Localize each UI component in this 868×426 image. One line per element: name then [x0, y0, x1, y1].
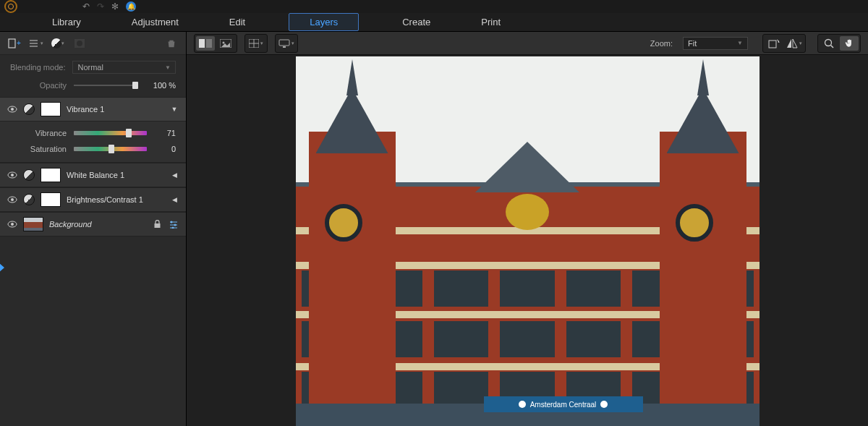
- svg-point-16: [171, 221, 173, 223]
- panel-collapse-handle[interactable]: [0, 263, 4, 272]
- layers-panel: + ▾ ▾ Blending mode: Normal ▼: [0, 32, 187, 426]
- canvas-toolbar: ▾ ▾ Zoom: Fit ▼ ▾: [187, 32, 868, 55]
- visibility-toggle-icon[interactable]: [7, 196, 17, 203]
- image-sign: Amsterdam Centraal: [484, 396, 643, 412]
- chevron-down-icon: ▼: [737, 40, 743, 46]
- title-bar: ↶ ↷ ✻ 🔔: [0, 0, 868, 13]
- adjustment-layer-icon: [23, 194, 35, 205]
- visibility-toggle-icon[interactable]: [7, 106, 17, 113]
- layer-name: Background: [49, 220, 148, 229]
- compare-view-button[interactable]: [196, 36, 215, 51]
- image-sign-text: Amsterdam Centraal: [530, 401, 597, 409]
- vibrance-slider[interactable]: [74, 131, 147, 135]
- zoom-value: Fit: [688, 39, 697, 48]
- tab-edit[interactable]: Edit: [222, 14, 252, 30]
- svg-point-28: [825, 39, 832, 46]
- tab-print[interactable]: Print: [474, 14, 508, 30]
- layer-vibrance[interactable]: Vibrance 1 ▼: [0, 97, 186, 122]
- visibility-toggle-icon[interactable]: [7, 221, 17, 228]
- svg-point-5: [77, 41, 82, 46]
- zoom-select[interactable]: Fit ▼: [683, 37, 748, 50]
- module-tabs: Library Adjustment Edit Layers Create Pr…: [0, 13, 868, 32]
- svg-rect-22: [206, 39, 212, 48]
- grid-overlay-button[interactable]: ▾: [247, 36, 265, 51]
- blending-mode-select[interactable]: Normal ▼: [72, 61, 176, 74]
- opacity-slider[interactable]: [74, 85, 138, 86]
- delete-layer-button[interactable]: [164, 37, 179, 50]
- expand-icon[interactable]: ◀: [170, 196, 179, 203]
- layer-mask-thumbnail[interactable]: [41, 168, 61, 182]
- layer-thumbnail[interactable]: [23, 217, 43, 231]
- saturation-slider-label: Saturation: [10, 145, 67, 153]
- svg-point-7: [11, 108, 14, 111]
- flip-button[interactable]: ▾: [785, 36, 804, 51]
- layer-options-button[interactable]: ▾: [29, 37, 43, 50]
- collapse-icon[interactable]: ▼: [170, 106, 179, 113]
- notification-bell-icon[interactable]: 🔔: [126, 1, 136, 12]
- vibrance-slider-label: Vibrance: [10, 129, 67, 137]
- blending-mode-value: Normal: [77, 63, 103, 72]
- svg-point-13: [11, 223, 14, 226]
- adjustment-layer-icon: [23, 103, 35, 115]
- svg-point-18: [174, 223, 176, 226]
- blending-mode-label: Blending mode:: [10, 63, 65, 72]
- single-view-button[interactable]: [216, 36, 235, 51]
- vibrance-adjustments: Vibrance 71 Saturation 0: [0, 122, 186, 163]
- tab-library[interactable]: Library: [45, 14, 88, 30]
- layer-mask-thumbnail[interactable]: [41, 102, 61, 116]
- layer-name: Vibrance 1: [67, 105, 164, 114]
- tab-create[interactable]: Create: [395, 14, 438, 30]
- rotate-button[interactable]: [765, 36, 783, 51]
- app-logo: [4, 0, 17, 13]
- layer-mask-thumbnail[interactable]: [41, 192, 61, 207]
- layers-panel-toolbar: + ▾ ▾: [0, 32, 186, 55]
- chevron-down-icon: ▼: [165, 64, 171, 71]
- layer-settings-icon[interactable]: [169, 221, 179, 229]
- svg-rect-0: [9, 39, 15, 48]
- mask-button[interactable]: [72, 37, 87, 50]
- expand-icon[interactable]: ◀: [170, 171, 179, 179]
- svg-point-20: [172, 226, 174, 229]
- layer-name: White Balance 1: [67, 171, 164, 179]
- svg-line-29: [831, 45, 834, 48]
- display-options-button[interactable]: ▾: [277, 36, 296, 51]
- adjustment-layer-button[interactable]: ▾: [51, 37, 65, 50]
- edited-image: Amsterdam Centraal: [296, 56, 760, 426]
- layer-background[interactable]: Background: [0, 212, 186, 237]
- layer-white-balance[interactable]: White Balance 1 ◀: [0, 163, 186, 187]
- layer-name: Brightness/Contrast 1: [67, 195, 164, 204]
- svg-rect-14: [155, 223, 161, 228]
- adjustment-layer-icon: [23, 169, 35, 181]
- svg-rect-27: [769, 41, 776, 48]
- visibility-toggle-icon[interactable]: [7, 171, 17, 179]
- svg-point-9: [11, 174, 14, 176]
- saturation-slider-value: 0: [154, 145, 176, 153]
- svg-point-11: [11, 198, 14, 201]
- layer-brightness-contrast[interactable]: Brightness/Contrast 1 ◀: [0, 187, 186, 212]
- svg-rect-26: [283, 46, 286, 48]
- tab-adjustment[interactable]: Adjustment: [124, 14, 186, 30]
- opacity-label: Opacity: [10, 81, 67, 90]
- redo-icon[interactable]: ↷: [97, 1, 104, 12]
- saturation-slider[interactable]: [74, 147, 147, 151]
- svg-point-24: [223, 41, 225, 43]
- tab-layers[interactable]: Layers: [289, 13, 359, 31]
- svg-rect-21: [199, 39, 205, 48]
- vibrance-slider-value: 71: [154, 129, 176, 137]
- lock-icon[interactable]: [153, 220, 161, 229]
- svg-rect-25: [279, 40, 289, 46]
- opacity-value: 100 %: [145, 81, 176, 90]
- gear-icon[interactable]: ✻: [111, 1, 119, 12]
- canvas-area: ▾ ▾ Zoom: Fit ▼ ▾: [187, 32, 868, 426]
- pan-tool-button[interactable]: [840, 36, 859, 51]
- zoom-tool-button[interactable]: [820, 36, 838, 51]
- add-layer-button[interactable]: +: [7, 37, 22, 50]
- zoom-label: Zoom:: [650, 39, 673, 48]
- undo-icon[interactable]: ↶: [82, 1, 90, 12]
- image-viewport[interactable]: Amsterdam Centraal: [187, 55, 868, 426]
